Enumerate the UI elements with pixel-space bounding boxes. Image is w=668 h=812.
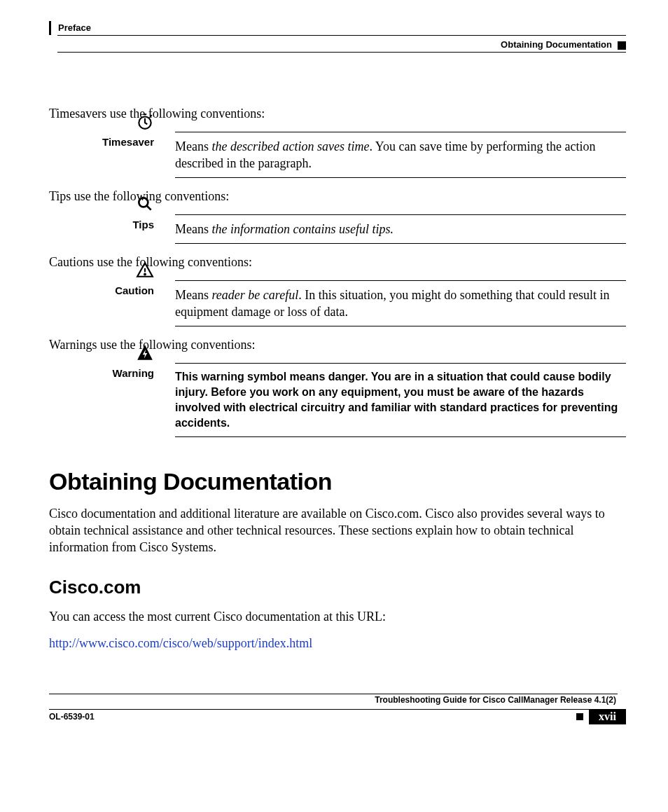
header-left: Preface xyxy=(49,21,91,35)
tips-convention: Tips Means the information contains usef… xyxy=(49,214,626,244)
stopwatch-icon xyxy=(49,112,154,133)
cisco-paragraph: You can access the most current Cisco do… xyxy=(49,608,626,625)
timesaver-label: Timesaver xyxy=(49,136,154,148)
page: Preface Obtaining Documentation Timesave… xyxy=(0,0,668,743)
caution-text: Means reader be careful. In this situati… xyxy=(175,287,626,320)
header-right: Obtaining Documentation xyxy=(501,38,626,52)
warning-convention: Warning This warning symbol means danger… xyxy=(49,363,626,437)
caution-triangle-icon xyxy=(49,261,154,282)
svg-point-1 xyxy=(139,198,148,207)
tips-text: Means the information contains useful ti… xyxy=(175,221,626,238)
warning-text: This warning symbol means danger. You ar… xyxy=(175,369,626,431)
page-number: xvii xyxy=(589,709,626,724)
cisco-support-link[interactable]: http://www.cisco.com/cisco/web/support/i… xyxy=(49,636,312,650)
svg-point-2 xyxy=(144,274,146,275)
content: Timesavers use the following conventions… xyxy=(49,105,626,652)
running-footer: Troubleshooting Guide for Cisco CallMana… xyxy=(49,694,626,729)
heading-obtaining-documentation: Obtaining Documentation xyxy=(49,468,626,495)
footer-title: Troubleshooting Guide for Cisco CallMana… xyxy=(375,695,616,705)
warning-bolt-icon xyxy=(49,343,154,364)
tips-label: Tips xyxy=(49,219,154,230)
warning-label: Warning xyxy=(49,367,154,379)
timesaver-text: Means the described action saves time. Y… xyxy=(175,138,626,172)
timesaver-convention: Timesaver Means the described action sav… xyxy=(49,132,626,178)
obtaining-paragraph: Cisco documentation and additional liter… xyxy=(49,505,626,556)
cisco-url-line: http://www.cisco.com/cisco/web/support/i… xyxy=(49,635,626,652)
caution-label: Caution xyxy=(49,284,154,296)
magnifier-icon xyxy=(49,195,154,216)
running-header: Preface Obtaining Documentation xyxy=(49,21,626,56)
footer-doc-id: OL-6539-01 xyxy=(49,712,95,722)
heading-cisco-com: Cisco.com xyxy=(49,577,626,598)
caution-convention: Caution Means reader be careful. In this… xyxy=(49,280,626,326)
